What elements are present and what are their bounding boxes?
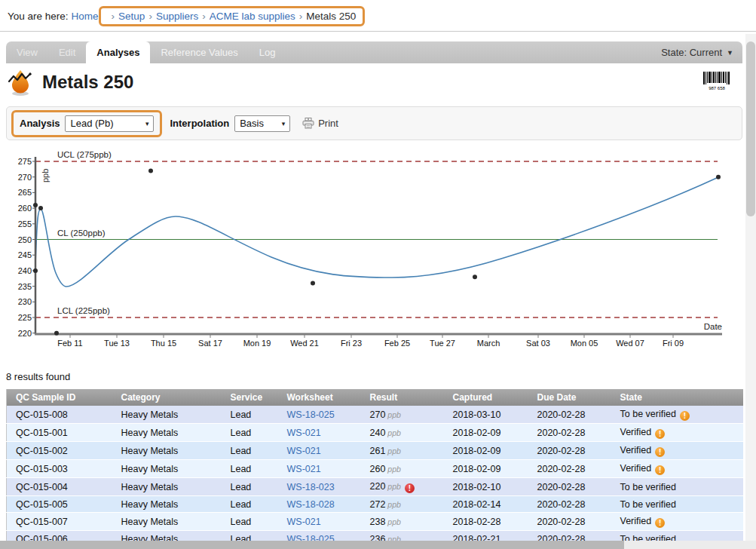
worksheet-cell: WS-021 xyxy=(278,460,361,478)
result-cell: 270ppb xyxy=(361,406,444,424)
category-cell: Heavy Metals xyxy=(112,460,222,478)
column-header[interactable]: Result xyxy=(361,389,444,406)
service-cell: Lead xyxy=(222,406,278,424)
data-point xyxy=(33,203,38,207)
worksheet-link[interactable]: WS-021 xyxy=(287,517,321,527)
result-cell: 240ppb xyxy=(361,424,444,442)
result-unit: ppb xyxy=(387,500,401,509)
tab-log[interactable]: Log xyxy=(249,41,286,63)
column-header[interactable]: Service xyxy=(222,389,278,406)
qc-sample-id-cell: QC-015-002 xyxy=(7,442,112,460)
breadcrumb-separator: › xyxy=(202,11,206,22)
title-row: Metals 250 xyxy=(8,68,133,97)
interpolation-label: Interpolation xyxy=(170,118,229,129)
state-dropdown-label: State: Current xyxy=(661,47,722,58)
result-value: 238 xyxy=(370,517,386,527)
due-date-cell: 2020-02-28 xyxy=(528,478,611,496)
column-header[interactable]: Category xyxy=(112,389,222,406)
x-tick-label: Feb 11 xyxy=(57,339,82,348)
captured-cell: 2018-02-10 xyxy=(444,478,528,496)
result-cell: 238ppb xyxy=(361,513,444,531)
result-unit: ppb xyxy=(387,465,401,474)
lcl-label: LCL (225ppb) xyxy=(57,306,110,315)
due-date-cell: 2020-02-28 xyxy=(528,460,611,478)
data-point xyxy=(38,206,43,210)
category-cell: Heavy Metals xyxy=(112,478,222,496)
result-value: 270 xyxy=(370,409,386,420)
tab-view[interactable]: View xyxy=(6,41,48,63)
result-unit: ppb xyxy=(387,428,401,437)
interpolation-select[interactable]: Basis ▾ xyxy=(234,115,290,132)
service-cell: Lead xyxy=(222,496,278,513)
data-point xyxy=(311,281,315,285)
worksheet-link[interactable]: WS-18-025 xyxy=(287,409,335,420)
tab-bar: View Edit Analyses Reference Values Log … xyxy=(6,41,742,63)
worksheet-link[interactable]: WS-021 xyxy=(287,428,321,438)
result-value: 261 xyxy=(370,446,386,456)
column-header[interactable]: Due Date xyxy=(528,389,611,406)
y-tick-label: 265 xyxy=(18,188,32,197)
worksheet-link[interactable]: WS-18-028 xyxy=(287,499,335,510)
state-label: To be verified xyxy=(620,409,676,419)
x-tick-label: Thu 15 xyxy=(151,339,176,348)
data-point xyxy=(473,274,477,279)
result-cell: 272ppb xyxy=(361,496,444,513)
state-dropdown[interactable]: State: Current ▼ xyxy=(652,41,742,63)
qc-sample-id-cell: QC-015-005 xyxy=(7,496,112,513)
column-header[interactable]: State xyxy=(611,389,743,406)
worksheet-link[interactable]: WS-021 xyxy=(287,446,321,456)
y-tick-label: 235 xyxy=(18,282,32,291)
y-tick-label: 275 xyxy=(18,157,32,166)
horizontal-scrollbar-track[interactable] xyxy=(0,541,756,549)
captured-cell: 2018-02-14 xyxy=(444,496,528,513)
result-value: 220 xyxy=(370,481,386,492)
barcode-number: 987 658 xyxy=(709,86,725,90)
column-header[interactable]: Captured xyxy=(444,389,528,406)
x-axis-title: Date xyxy=(704,322,722,331)
barcode[interactable]: 987 658 xyxy=(702,72,731,94)
state-cell: Verified! xyxy=(611,460,743,478)
breadcrumb-supplier-acme[interactable]: ACME lab supplies xyxy=(210,11,295,22)
breadcrumb: You are here: Home › Setup › Suppliers ›… xyxy=(8,6,365,26)
control-chart-svg: UCL (275ppb)CL (250ppb)LCL (225ppb)27527… xyxy=(6,147,742,354)
captured-cell: 2018-03-10 xyxy=(444,406,528,424)
worksheet-cell: WS-021 xyxy=(278,513,361,531)
breadcrumb-separator: › xyxy=(112,11,115,22)
state-cell: Verified! xyxy=(611,424,743,442)
due-date-cell: 2020-02-28 xyxy=(528,442,611,460)
series-line xyxy=(35,177,718,287)
print-button[interactable]: Print xyxy=(302,118,338,129)
x-tick-label: Wed 07 xyxy=(616,339,644,348)
breadcrumb-home[interactable]: Home xyxy=(72,11,99,22)
x-tick-label: Tue 13 xyxy=(104,339,130,348)
table-row: QC-015-005Heavy MetalsLeadWS-18-028272pp… xyxy=(7,496,743,513)
data-point xyxy=(33,268,38,273)
tab-edit[interactable]: Edit xyxy=(48,41,86,63)
vertical-scrollbar-thumb[interactable] xyxy=(746,41,755,216)
y-tick-label: 225 xyxy=(18,313,32,322)
category-cell: Heavy Metals xyxy=(112,424,222,442)
service-cell: Lead xyxy=(222,513,278,531)
horizontal-scrollbar-thumb[interactable] xyxy=(0,541,624,549)
captured-cell: 2018-02-09 xyxy=(444,424,528,442)
y-tick-label: 250 xyxy=(18,235,32,244)
select-arrow-icon: ▾ xyxy=(282,120,286,127)
breadcrumb-suppliers[interactable]: Suppliers xyxy=(156,11,198,22)
tab-reference-values[interactable]: Reference Values xyxy=(150,41,248,63)
analysis-highlight-box: Analysis Lead (Pb) ▾ xyxy=(11,110,162,137)
state-label: Verified xyxy=(620,427,652,437)
worksheet-link[interactable]: WS-021 xyxy=(287,464,321,474)
breadcrumb-setup[interactable]: Setup xyxy=(118,11,145,22)
result-value: 240 xyxy=(370,428,386,438)
column-header[interactable]: QC Sample ID xyxy=(7,389,112,406)
vertical-scrollbar-track[interactable] xyxy=(745,34,756,541)
y-tick-label: 245 xyxy=(18,250,32,259)
worksheet-link[interactable]: WS-18-023 xyxy=(287,482,335,492)
state-label: Verified xyxy=(620,463,652,474)
analysis-select[interactable]: Lead (Pb) ▾ xyxy=(65,115,154,132)
analysis-label: Analysis xyxy=(20,118,60,129)
column-header[interactable]: Worksheet xyxy=(278,389,361,406)
late-warning-icon: ! xyxy=(655,447,665,457)
tab-analyses[interactable]: Analyses xyxy=(86,41,150,63)
worksheet-cell: WS-18-025 xyxy=(278,406,361,424)
